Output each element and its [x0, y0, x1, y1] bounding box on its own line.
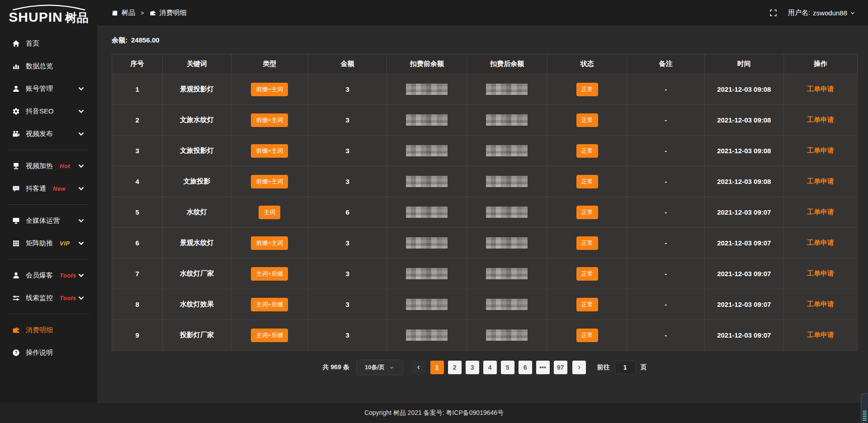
type-badge: 前缀+主词: [251, 175, 288, 188]
sidebar-divider: [8, 150, 89, 150]
status-badge: 正常: [576, 329, 598, 342]
type-badge: 前缀+主词: [251, 83, 288, 96]
cell-action: 工单申请: [783, 197, 857, 228]
sidebar-item-doukertong[interactable]: 抖客通New: [0, 177, 97, 200]
table-body: 1景观投影灯前缀+主词3正常-2021-12-03 09:08工单申请2文旅水纹…: [112, 74, 858, 351]
type-badge: 主词+后缀: [251, 329, 288, 342]
sidebar-item-label: 线索监控: [26, 294, 53, 302]
prev-page-button[interactable]: [412, 361, 425, 374]
sidebar-item-member-burst[interactable]: 会员爆客Tools: [0, 264, 97, 287]
sidebar-item-tag: VIP: [60, 240, 70, 247]
cell-time: 2021-12-03 09:08: [704, 166, 783, 197]
chevron-right-icon: [576, 365, 582, 370]
ticket-apply-link[interactable]: 工单申请: [807, 269, 834, 277]
masked-balance-value: [486, 237, 528, 249]
balance-label: 余额:: [112, 36, 127, 44]
page-button-3[interactable]: 3: [466, 361, 479, 374]
username-label: 用户名:: [788, 9, 810, 17]
ticket-apply-link[interactable]: 工单申请: [807, 177, 834, 185]
cell-time: 2021-12-03 09:07: [704, 197, 783, 228]
cell-time: 2021-12-03 09:08: [704, 136, 783, 166]
masked-balance-value: [486, 299, 528, 310]
next-page-button[interactable]: [572, 361, 586, 374]
chevron-down-icon: [77, 130, 85, 138]
table-row: 8水纹灯效果主词+后缀3正常-2021-12-03 09:07工单申请: [112, 289, 858, 320]
cell-type: 主词+后缀: [231, 289, 308, 320]
table-row: 6景观水纹灯前缀+主词3正常-2021-12-03 09:07工单申请: [112, 228, 858, 258]
page-button-97[interactable]: 97: [554, 361, 567, 374]
type-badge: 主词: [259, 206, 280, 219]
side-toolbar-widget[interactable]: [861, 393, 868, 423]
cell-amount: 3: [308, 74, 387, 105]
table-row: 1景观投影灯前缀+主词3正常-2021-12-03 09:08工单申请: [112, 74, 858, 105]
sidebar-item-home[interactable]: 首页: [0, 32, 97, 55]
ticket-apply-link[interactable]: 工单申请: [807, 116, 834, 123]
type-badge: 前缀+主词: [251, 113, 288, 127]
column-header-keyword: 关键词: [163, 54, 231, 74]
chevron-down-icon: [77, 217, 85, 225]
cell-index: 8: [112, 289, 163, 320]
sidebar-item-data-overview[interactable]: 数据总览: [0, 55, 97, 77]
cell-index: 7: [112, 258, 163, 289]
page-size-select[interactable]: 10条/页: [356, 360, 403, 375]
sidebar-item-video-heat[interactable]: 视频加热Hot: [0, 155, 97, 177]
chevron-down-icon: [850, 10, 855, 16]
chevron-down-icon: [77, 108, 85, 115]
username-value: zswodun88: [813, 9, 847, 17]
sidebar-item-media-operation[interactable]: 全媒体运营: [0, 209, 97, 232]
cell-remark: -: [627, 166, 704, 197]
breadcrumb-home[interactable]: 树品: [112, 9, 135, 17]
sidebar-item-label: 视频发布: [26, 130, 53, 138]
sidebar-item-matrix-boost[interactable]: 矩阵助推VIP: [0, 232, 97, 254]
bar-chart-icon: [12, 62, 20, 70]
cell-pre_balance: [387, 228, 467, 258]
goto-suffix: 页: [641, 363, 647, 371]
chevron-down-icon: [77, 240, 85, 247]
cell-post_balance: [467, 136, 547, 166]
page-size-value: 10条/页: [365, 363, 385, 371]
app-icon: [112, 10, 118, 16]
chevron-down-icon: [77, 185, 85, 193]
fullscreen-icon[interactable]: [769, 9, 777, 17]
ticket-apply-link[interactable]: 工单申请: [807, 331, 834, 338]
widget-stripe: [863, 420, 867, 421]
cell-status: 正常: [547, 74, 627, 105]
ticket-apply-link[interactable]: 工单申请: [807, 239, 834, 246]
ticket-apply-link[interactable]: 工单申请: [807, 208, 834, 216]
column-header-time: 时间: [704, 54, 783, 74]
sidebar-item-consume-detail[interactable]: 消费明细: [0, 319, 97, 341]
page-button-6[interactable]: 6: [519, 361, 532, 374]
breadcrumb-current[interactable]: 消费明细: [150, 9, 187, 17]
sidebar: SHUPIN 树品 首页数据总览账号管理抖音SEO视频发布视频加热Hot抖客通N…: [0, 0, 97, 403]
more-pages-button[interactable]: •••: [536, 361, 550, 374]
page-buttons: 123456•••97: [430, 361, 567, 374]
goto-page-input[interactable]: [615, 361, 636, 374]
masked-balance-value: [406, 176, 448, 187]
cell-keyword: 文旅投影灯: [163, 136, 231, 166]
ticket-apply-link[interactable]: 工单申请: [807, 146, 834, 154]
cell-time: 2021-12-03 09:08: [704, 105, 783, 136]
sidebar-item-video-publish[interactable]: 视频发布: [0, 122, 97, 145]
page-button-4[interactable]: 4: [483, 361, 497, 374]
sidebar-item-operation-guide[interactable]: ?操作说明: [0, 341, 97, 364]
sidebar-item-tag: Hot: [60, 163, 70, 169]
cell-amount: 3: [308, 320, 387, 351]
page-button-5[interactable]: 5: [501, 361, 514, 374]
cell-time: 2021-12-03 09:07: [704, 258, 783, 289]
brand-logo[interactable]: SHUPIN 树品: [0, 0, 97, 25]
page-button-2[interactable]: 2: [448, 361, 462, 374]
svg-text:?: ?: [14, 350, 17, 355]
ticket-apply-link[interactable]: 工单申请: [807, 85, 834, 93]
cell-keyword: 水纹灯效果: [163, 289, 231, 320]
sidebar-item-clue-monitor[interactable]: 线索监控Tools: [0, 287, 97, 309]
page-button-1[interactable]: 1: [430, 361, 444, 374]
cell-keyword: 景观水纹灯: [163, 228, 231, 258]
cell-time: 2021-12-03 09:08: [704, 74, 783, 105]
username-menu[interactable]: 用户名: zswodun88: [788, 9, 855, 17]
cell-pre_balance: [387, 320, 467, 351]
cell-remark: -: [627, 289, 704, 320]
ticket-apply-link[interactable]: 工单申请: [807, 300, 834, 308]
table-row: 9投影灯厂家主词+后缀3正常-2021-12-03 09:07工单申请: [112, 320, 858, 351]
sidebar-item-account-manage[interactable]: 账号管理: [0, 77, 97, 100]
sidebar-item-douyin-seo[interactable]: 抖音SEO: [0, 100, 97, 122]
